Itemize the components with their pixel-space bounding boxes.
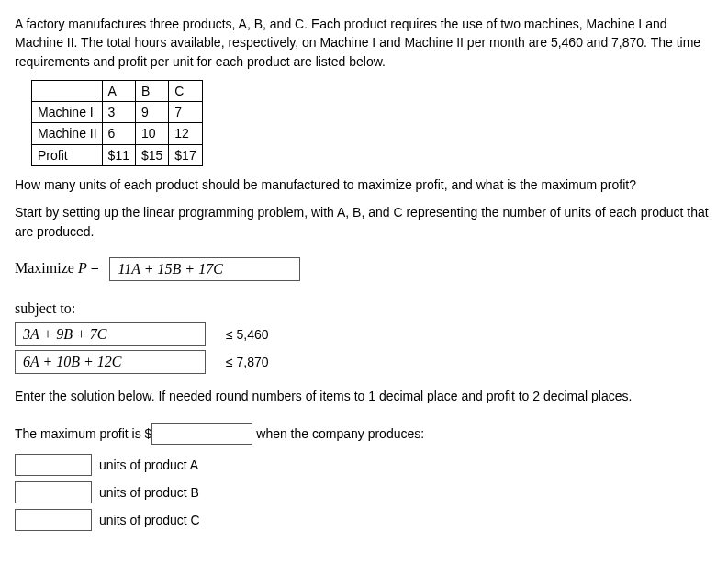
requirements-table: A B C Machine I 3 9 7 Machine II 6 10 12… [31, 80, 203, 166]
cell: 12 [169, 123, 202, 144]
table-row: Profit $11 $15 $17 [32, 144, 203, 165]
objective-line: Maximize P = 11A + 15B + 17C [15, 257, 713, 281]
objective-expression: 11A + 15B + 17C [118, 261, 222, 277]
cell: 7 [169, 102, 202, 123]
cell: 10 [135, 123, 168, 144]
setup-instruction: Start by setting up the linear programmi… [15, 203, 713, 241]
cell: 3 [102, 102, 135, 123]
constraint-lhs-box[interactable]: 3A + 9B + 7C [15, 322, 206, 346]
table-row: Machine I 3 9 7 [32, 102, 203, 123]
intro-paragraph: A factory manufactures three products, A… [15, 15, 713, 71]
profit-sentence: The maximum profit is $ when the company… [15, 423, 713, 445]
cell: $17 [169, 144, 202, 165]
table-corner [32, 80, 103, 101]
constraint-lhs-box[interactable]: 6A + 10B + 12C [15, 350, 206, 374]
units-row-c: units of product C [15, 509, 713, 531]
maximize-label-post: = [87, 260, 103, 276]
maximize-variable: P [78, 260, 87, 276]
profit-post: when the company produces: [256, 426, 424, 441]
units-a-input[interactable] [15, 454, 92, 476]
cell: 9 [135, 102, 168, 123]
profit-input[interactable] [151, 423, 252, 445]
objective-answer-box[interactable]: 11A + 15B + 17C [109, 257, 300, 281]
constraints-block: subject to: 3A + 9B + 7C ≤ 5,460 6A + 10… [15, 298, 713, 378]
cell: 6 [102, 123, 135, 144]
profit-pre: The maximum profit is $ [15, 426, 151, 441]
row-label: Machine II [32, 123, 103, 144]
units-a-label: units of product A [99, 456, 198, 474]
units-b-label: units of product B [99, 483, 199, 502]
row-label: Profit [32, 144, 103, 165]
col-header-a: A [102, 80, 135, 101]
maximize-label-pre: Maximize [15, 260, 78, 276]
row-label: Machine I [32, 102, 103, 123]
constraint-rhs: ≤ 7,870 [226, 350, 289, 374]
units-c-input[interactable] [15, 509, 92, 531]
constraint-rhs: ≤ 5,460 [226, 322, 289, 346]
constraint-row: 3A + 9B + 7C ≤ 5,460 [15, 322, 289, 346]
solution-instruction: Enter the solution below. If needed roun… [15, 387, 713, 405]
units-row-a: units of product A [15, 454, 713, 476]
question-text: How many units of each product should be… [15, 175, 713, 194]
col-header-b: B [135, 80, 168, 101]
cell: $15 [135, 144, 168, 165]
units-row-b: units of product B [15, 481, 713, 503]
subject-to-label: subject to: [15, 298, 713, 319]
constraint-row: 6A + 10B + 12C ≤ 7,870 [15, 350, 289, 374]
col-header-c: C [169, 80, 202, 101]
units-b-input[interactable] [15, 481, 92, 503]
table-row: Machine II 6 10 12 [32, 123, 203, 144]
cell: $11 [102, 144, 135, 165]
units-c-label: units of product C [99, 511, 200, 529]
